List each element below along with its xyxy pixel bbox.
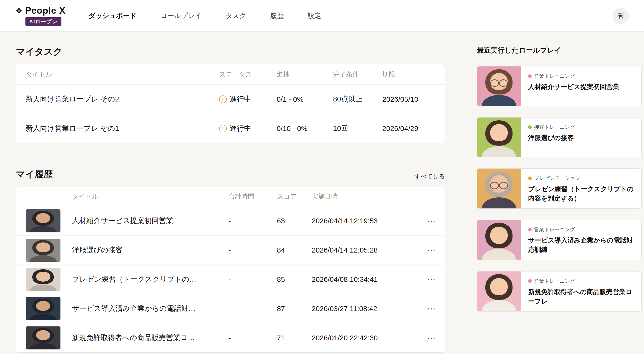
roleplay-category: プレゼンテーション	[528, 175, 634, 182]
view-all-link[interactable]: すべて見る	[414, 172, 445, 180]
brand-diamond-icon: ❖	[15, 7, 22, 15]
person-face	[490, 278, 508, 296]
roleplay-category: 営業トレーニング	[528, 226, 634, 233]
history-thumb-cell	[16, 209, 72, 232]
task-due: 2026/05/10	[382, 95, 444, 103]
person-body	[30, 343, 57, 350]
main-column: マイタスク タイトル ステータス 進捗 完了条件 期限 新人向け営業ロープレ そ…	[0, 32, 465, 354]
history-total-time: -	[228, 275, 277, 284]
status-alert-icon: !	[219, 95, 227, 103]
history-title: プレゼン練習（トークスクリプトの…	[72, 274, 228, 284]
person-body	[30, 226, 57, 232]
roleplay-card-title: 洋服選びの接客	[528, 133, 634, 143]
row-menu-button[interactable]: ⋯	[425, 274, 438, 285]
row-menu-button[interactable]: ⋯	[425, 303, 438, 314]
roleplay-card-title: 新規免許取得者への商品販売営業ロープレ	[528, 287, 634, 306]
person-face	[490, 124, 508, 141]
task-status-label: 進行中	[230, 123, 251, 133]
roleplay-card[interactable]: 営業トレーニング 人材紹介サービス提案初回営業	[477, 66, 642, 106]
history-thumbnail	[26, 297, 60, 320]
history-title: 新規免許取得者への商品販売営業ロ…	[72, 333, 228, 343]
roleplay-avatar	[477, 169, 521, 208]
person-face	[36, 243, 50, 252]
history-thumbnail	[26, 327, 60, 350]
task-title: 新人向け営業ロープレ その2	[16, 94, 219, 104]
history-date: 2026/04/14 12:05:28	[312, 246, 418, 254]
my-tasks-table: タイトル ステータス 進捗 完了条件 期限 新人向け営業ロープレ その2 ! 進…	[16, 64, 445, 143]
history-title: 人材紹介サービス提案初回営業	[72, 216, 228, 226]
category-dot-icon	[528, 228, 532, 231]
brand-badge: AIロープレ	[26, 17, 62, 26]
task-due: 2026/04/29	[382, 124, 444, 133]
roleplay-avatar	[477, 117, 521, 157]
history-date: 2026/03/27 11:08:42	[312, 305, 418, 313]
history-thumbnail	[26, 268, 60, 291]
task-condition: 10回	[333, 123, 382, 133]
history-score: 87	[277, 305, 312, 313]
top-nav: ❖ People X AIロープレ ダッシュボード ロールプレイ タスク 履歴 …	[0, 0, 644, 32]
roleplay-card[interactable]: 営業トレーニング サービス導入済み企業からの電話対応訓練	[477, 220, 642, 260]
tasks-col-condition: 完了条件	[333, 70, 382, 79]
roleplay-category: 営業トレーニング	[528, 278, 634, 285]
roleplay-card[interactable]: 営業トレーニング 新規免許取得者への商品販売営業ロープレ	[477, 271, 642, 312]
nav-item-roleplay[interactable]: ロールプレイ	[160, 11, 202, 20]
task-row[interactable]: 新人向け営業ロープレ その2 ! 進行中 0/1 - 0% 80点以上 2026…	[16, 84, 444, 114]
tasks-col-status: ステータス	[219, 70, 277, 79]
roleplay-card[interactable]: プレゼンテーション プレゼン練習（トークスクリプトの内容を判定する）	[477, 168, 642, 209]
my-history-header: マイ履歴 すべて見る	[16, 168, 445, 180]
nav-item-history[interactable]: 履歴	[270, 11, 284, 20]
row-menu-button[interactable]: ⋯	[425, 333, 438, 344]
category-dot-icon	[528, 74, 532, 78]
history-score: 71	[277, 334, 312, 342]
roleplay-card-title: 人材紹介サービス提案初回営業	[528, 82, 634, 92]
history-row[interactable]: 洋服選びの接客 - 84 2026/04/14 12:05:28 ⋯	[16, 235, 444, 265]
recent-roleplay-title: 最近実行したロールプレイ	[477, 45, 642, 55]
user-avatar[interactable]: 管	[613, 8, 629, 24]
history-row[interactable]: 新規免許取得者への商品販売営業ロ… - 71 2026/01/20 22:42:…	[16, 323, 444, 352]
row-menu-button[interactable]: ⋯	[425, 245, 438, 256]
history-row[interactable]: プレゼン練習（トークスクリプトの… - 85 2026/04/08 10:34:…	[16, 265, 444, 294]
person-face	[36, 272, 50, 282]
my-tasks-title: マイタスク	[16, 45, 445, 58]
main-nav: ダッシュボード ロールプレイ タスク 履歴 設定	[88, 11, 321, 20]
roleplay-avatar	[477, 220, 521, 260]
task-progress: 0/1 - 0%	[277, 95, 333, 103]
person-body	[482, 146, 516, 157]
nav-item-dashboard[interactable]: ダッシュボード	[88, 11, 136, 20]
history-score: 85	[277, 275, 312, 284]
roleplay-category-label: プレゼンテーション	[534, 175, 580, 182]
task-status: ! 進行中	[219, 94, 277, 104]
history-total-time: -	[228, 217, 277, 225]
history-date: 2026/01/20 22:42:30	[312, 334, 418, 342]
history-row[interactable]: サービス導入済み企業からの電話対… - 87 2026/03/27 11:08:…	[16, 294, 444, 323]
recent-roleplay-sidebar: 最近実行したロールプレイ 営業トレーニング 人材紹介サービス提案初回営業	[465, 32, 644, 354]
nav-item-tasks[interactable]: タスク	[226, 11, 246, 20]
person-face	[490, 227, 508, 244]
history-total-time: -	[228, 246, 277, 254]
category-dot-icon	[528, 279, 532, 283]
row-menu-button[interactable]: ⋯	[425, 215, 438, 226]
person-face	[36, 330, 50, 340]
page-content: マイタスク タイトル ステータス 進捗 完了条件 期限 新人向け営業ロープレ そ…	[0, 32, 644, 354]
roleplay-card-title: サービス導入済み企業からの電話対応訓練	[528, 236, 634, 255]
history-col-title: タイトル	[72, 192, 228, 201]
task-row[interactable]: 新人向け営業ロープレ その1 ! 進行中 0/10 - 0% 10回 2026/…	[16, 114, 444, 143]
person-body	[30, 314, 57, 320]
roleplay-card[interactable]: 接客トレーニング 洋服選びの接客	[477, 117, 642, 157]
brand-logo[interactable]: ❖ People X AIロープレ	[15, 5, 66, 26]
person-face	[36, 301, 50, 311]
history-row[interactable]: 人材紹介サービス提案初回営業 - 63 2026/04/14 12:19:53 …	[16, 206, 444, 235]
my-history-table: タイトル 合計時間 スコア 実施日時 人材紹介サービス提案初回営業 - 63 2…	[16, 187, 445, 353]
category-dot-icon	[528, 177, 532, 180]
roleplay-card-title: プレゼン練習（トークスクリプトの内容を判定する）	[528, 184, 634, 203]
nav-item-settings[interactable]: 設定	[308, 11, 321, 20]
history-thumb-cell	[16, 268, 72, 291]
tasks-header-row: タイトル ステータス 進捗 完了条件 期限	[16, 64, 444, 84]
roleplay-category: 営業トレーニング	[528, 73, 634, 79]
roleplay-category-label: 接客トレーニング	[534, 124, 575, 130]
task-status-label: 進行中	[230, 94, 251, 104]
task-status: ! 進行中	[219, 123, 277, 133]
category-dot-icon	[528, 125, 532, 129]
history-title: サービス導入済み企業からの電話対…	[72, 304, 228, 314]
task-title: 新人向け営業ロープレ その1	[16, 123, 219, 133]
